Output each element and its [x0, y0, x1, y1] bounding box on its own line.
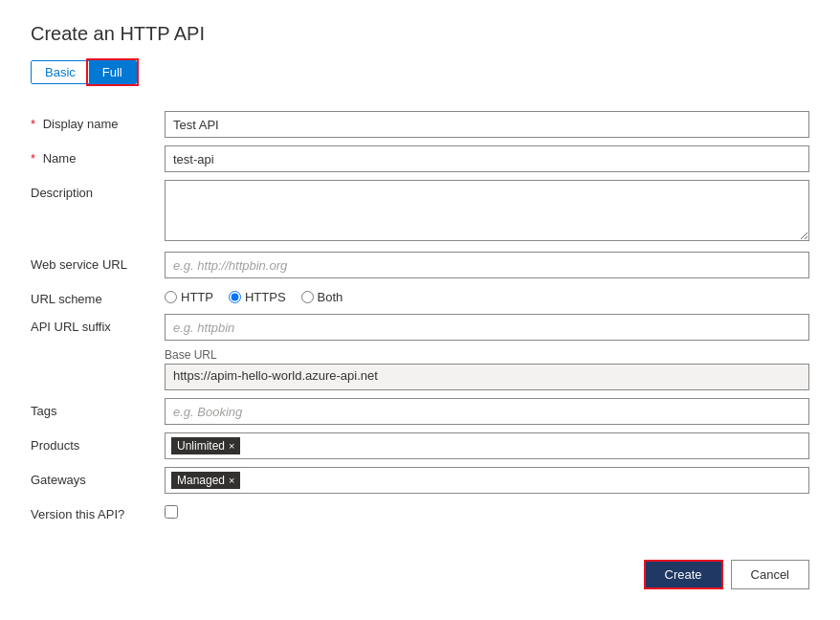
gateways-tag-managed-label: Managed — [177, 474, 225, 487]
tags-row: Tags — [31, 398, 809, 425]
footer-buttons: Create Cancel — [31, 560, 809, 589]
tags-input[interactable] — [165, 398, 809, 425]
version-checkbox-row — [165, 501, 809, 519]
api-url-suffix-label: API URL suffix — [31, 314, 165, 341]
base-url-label-cell — [31, 348, 165, 390]
api-url-suffix-field-cell — [165, 314, 809, 341]
url-scheme-both-text: Both — [318, 290, 343, 304]
products-field-cell: Unlimited × — [165, 432, 809, 459]
toggle-full[interactable]: Full — [89, 61, 136, 83]
url-scheme-both-radio[interactable] — [301, 291, 314, 303]
web-service-url-field-cell — [165, 252, 809, 278]
description-row: Description — [31, 180, 809, 244]
toggle-basic[interactable]: Basic — [32, 61, 89, 83]
display-name-label: * Display name — [31, 111, 165, 138]
gateways-field-cell: Managed × — [165, 467, 809, 494]
products-row: Products Unlimited × — [31, 432, 809, 459]
base-url-label: Base URL — [165, 348, 809, 362]
gateways-label: Gateways — [31, 467, 165, 494]
description-textarea[interactable] — [165, 180, 809, 241]
description-field-cell — [165, 180, 809, 244]
name-input[interactable] — [165, 145, 809, 172]
display-name-field-cell — [165, 111, 809, 138]
products-tag-unlimited-label: Unlimited — [177, 439, 225, 453]
gateways-tag-managed-remove[interactable]: × — [229, 475, 234, 486]
base-url-value: https://apim-hello-world.azure-api.net — [165, 364, 809, 390]
api-url-suffix-row: API URL suffix — [31, 314, 809, 341]
products-label: Products — [31, 432, 165, 459]
page-title: Create an HTTP API — [31, 23, 809, 45]
gateways-tag-managed: Managed × — [171, 472, 240, 489]
display-name-row: * Display name — [31, 111, 809, 138]
url-scheme-http-text: HTTP — [181, 290, 213, 304]
url-scheme-field-cell: HTTP HTTPS Both — [165, 286, 809, 306]
view-toggle: Basic Full — [31, 60, 137, 84]
version-field-cell — [165, 501, 809, 521]
name-row: * Name — [31, 145, 809, 172]
url-scheme-both-label[interactable]: Both — [301, 290, 343, 304]
required-star-2: * — [31, 151, 35, 166]
url-scheme-radio-group: HTTP HTTPS Both — [165, 286, 809, 304]
url-scheme-https-label[interactable]: HTTPS — [229, 290, 286, 304]
version-checkbox[interactable] — [165, 505, 178, 519]
create-button[interactable]: Create — [644, 560, 723, 589]
url-scheme-http-label[interactable]: HTTP — [165, 290, 213, 304]
web-service-url-label: Web service URL — [31, 252, 165, 278]
cancel-button[interactable]: Cancel — [731, 560, 809, 589]
products-tag-unlimited: Unlimited × — [171, 437, 240, 454]
web-service-url-input[interactable] — [165, 252, 809, 278]
api-url-suffix-input[interactable] — [165, 314, 809, 341]
web-service-url-row: Web service URL — [31, 252, 809, 278]
url-scheme-http-radio[interactable] — [165, 291, 177, 303]
tags-field-cell — [165, 398, 809, 425]
version-row: Version this API? — [31, 501, 809, 521]
tags-label: Tags — [31, 398, 165, 425]
url-scheme-https-text: HTTPS — [245, 290, 286, 304]
name-field-cell — [165, 145, 809, 172]
url-scheme-https-radio[interactable] — [229, 291, 241, 303]
description-label: Description — [31, 180, 165, 244]
base-url-row: Base URL https://apim-hello-world.azure-… — [31, 348, 809, 390]
create-api-form: * Display name * Name Description — [31, 103, 809, 529]
base-url-field-cell: Base URL https://apim-hello-world.azure-… — [165, 348, 809, 390]
gateways-row: Gateways Managed × — [31, 467, 809, 494]
gateways-tag-input[interactable]: Managed × — [165, 467, 809, 494]
required-star: * — [31, 117, 35, 131]
url-scheme-row: URL scheme HTTP HTTPS Both — [31, 286, 809, 306]
display-name-input[interactable] — [165, 111, 809, 138]
products-tag-unlimited-remove[interactable]: × — [229, 440, 234, 452]
version-label: Version this API? — [31, 501, 165, 521]
name-label: * Name — [31, 145, 165, 172]
products-tag-input[interactable]: Unlimited × — [165, 432, 809, 459]
url-scheme-label: URL scheme — [31, 286, 165, 306]
